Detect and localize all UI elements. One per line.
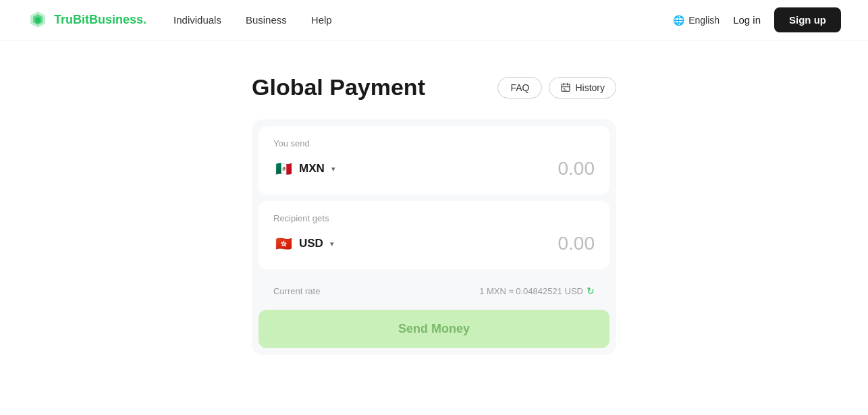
nav-left: TruBitBusiness. Individuals Business Hel…: [27, 9, 332, 31]
receive-currency-row: 🇭🇰 USD ▾ 0.00: [273, 233, 595, 254]
send-currency-code: MXN: [299, 162, 325, 175]
nav-link-help[interactable]: Help: [311, 14, 332, 26]
faq-button[interactable]: FAQ: [497, 77, 542, 99]
page-title-row: Global Payment FAQ History: [252, 74, 616, 101]
send-section: You send 🇲🇽 MXN ▾ 0.00: [259, 126, 609, 194]
title-actions: FAQ History: [497, 77, 616, 99]
logo-text: TruBitBusiness.: [54, 13, 146, 27]
navbar: TruBitBusiness. Individuals Business Hel…: [0, 0, 868, 40]
receive-flag: 🇭🇰: [273, 233, 294, 254]
signup-button[interactable]: Sign up: [774, 7, 841, 32]
send-flag: 🇲🇽: [273, 159, 294, 179]
rate-section: Current rate 1 MXN ≈ 0.04842521 USD ↻: [259, 276, 609, 306]
receive-label: Recipient gets: [273, 213, 595, 223]
logo: TruBitBusiness.: [27, 9, 146, 31]
page-title: Global Payment: [252, 74, 470, 101]
logo-icon: [27, 9, 49, 31]
language-button[interactable]: 🌐 English: [673, 15, 720, 26]
send-currency-row: 🇲🇽 MXN ▾ 0.00: [273, 158, 595, 179]
receive-amount[interactable]: 0.00: [558, 233, 595, 254]
history-button[interactable]: History: [549, 77, 616, 99]
nav-link-individuals[interactable]: Individuals: [173, 14, 221, 26]
globe-icon: 🌐: [673, 15, 684, 26]
refresh-icon[interactable]: ↻: [587, 285, 595, 296]
rate-text: 1 MXN ≈ 0.04842521 USD: [479, 286, 583, 296]
rate-value: 1 MXN ≈ 0.04842521 USD ↻: [479, 285, 595, 296]
send-money-button[interactable]: Send Money: [259, 310, 609, 348]
nav-links: Individuals Business Help: [173, 14, 332, 26]
send-label: You send: [273, 138, 595, 148]
history-label: History: [575, 82, 605, 93]
main-content: Global Payment FAQ History You send: [0, 40, 868, 355]
payment-card: You send 🇲🇽 MXN ▾ 0.00 Recipient gets 🇭🇰: [252, 119, 616, 355]
login-button[interactable]: Log in: [733, 14, 761, 26]
send-amount[interactable]: 0.00: [558, 158, 595, 179]
send-currency-select[interactable]: 🇲🇽 MXN ▾: [273, 159, 335, 179]
receive-currency-select[interactable]: 🇭🇰 USD ▾: [273, 233, 334, 254]
receive-chevron-icon: ▾: [330, 240, 334, 248]
language-label: English: [688, 15, 720, 26]
rate-label: Current rate: [273, 286, 320, 296]
nav-link-business[interactable]: Business: [246, 14, 287, 26]
receive-currency-code: USD: [299, 237, 323, 250]
history-icon: [560, 82, 571, 93]
nav-right: 🌐 English Log in Sign up: [673, 7, 841, 32]
send-chevron-icon: ▾: [331, 165, 335, 173]
receive-section: Recipient gets 🇭🇰 USD ▾ 0.00: [259, 201, 609, 269]
